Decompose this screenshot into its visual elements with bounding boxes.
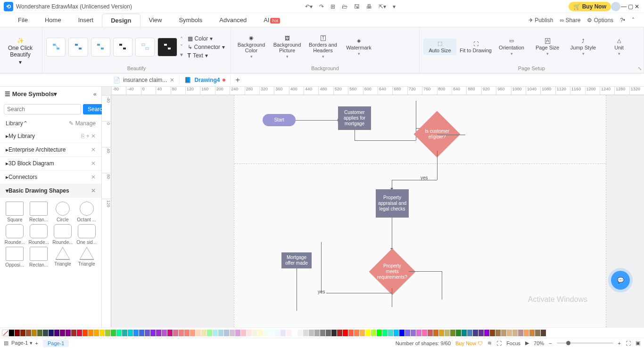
color-swatch[interactable] <box>54 330 59 336</box>
page-selector[interactable]: Page-1 ▾ <box>11 340 33 346</box>
color-swatch[interactable] <box>150 330 156 336</box>
theme-style-6[interactable] <box>157 38 177 57</box>
add-page-button[interactable]: + <box>35 340 38 346</box>
color-swatch[interactable] <box>433 330 438 336</box>
color-swatch[interactable] <box>179 330 184 336</box>
node-meets[interactable]: Property meets requirements? <box>369 249 416 295</box>
cat-close-2[interactable]: ✕ <box>91 174 96 180</box>
color-swatch[interactable] <box>77 330 82 336</box>
color-swatch[interactable] <box>479 330 484 336</box>
color-swatch[interactable] <box>297 330 303 336</box>
connector[interactable] <box>355 140 416 141</box>
color-swatch[interactable] <box>111 330 116 336</box>
color-swatch[interactable] <box>541 330 546 336</box>
connector[interactable] <box>437 151 438 180</box>
auto-size-button[interactable]: ⬚Auto Size <box>423 39 456 55</box>
zoom-slider[interactable] <box>557 342 613 344</box>
color-swatch[interactable] <box>37 330 42 336</box>
color-swatch[interactable] <box>49 330 54 336</box>
color-swatch[interactable] <box>473 330 478 336</box>
shape-Triangle[interactable]: Triangle <box>52 247 74 267</box>
color-swatch[interactable] <box>445 330 450 336</box>
menu-home[interactable]: Home <box>36 14 70 26</box>
color-swatch[interactable] <box>303 330 308 336</box>
shape-Circle[interactable]: Circle <box>52 202 74 222</box>
color-swatch[interactable] <box>524 330 529 336</box>
background-color-button[interactable]: ◉Background Color▾ <box>235 33 268 61</box>
share-button[interactable]: ∞ Share <box>560 17 581 24</box>
close-icon[interactable]: ✕ <box>634 3 640 10</box>
color-swatch[interactable] <box>190 330 195 336</box>
undo-icon[interactable]: ↶▾ <box>305 3 313 10</box>
color-swatch[interactable] <box>507 330 512 336</box>
connector[interactable] <box>392 288 392 307</box>
fullscreen-icon[interactable]: ▣ <box>636 340 640 346</box>
color-swatch[interactable] <box>371 330 376 336</box>
cat-close-1[interactable]: ✕ <box>91 160 96 167</box>
color-swatch[interactable] <box>15 330 20 336</box>
color-swatch[interactable] <box>71 330 76 336</box>
color-swatch[interactable] <box>286 330 291 336</box>
color-swatch[interactable] <box>326 330 331 336</box>
borders-headers-button[interactable]: 🅃Borders and Headers▾ <box>306 33 339 61</box>
cat-basic-shapes[interactable]: ▾ Basic Drawing Shapes✕ <box>0 184 101 198</box>
color-swatch[interactable] <box>281 330 286 336</box>
connector-dropdown[interactable]: ↳ Connector▾ <box>188 44 225 50</box>
menu-symbols[interactable]: Symbols <box>170 14 211 26</box>
color-swatch[interactable] <box>422 330 427 336</box>
page-area[interactable]: Start Customer applies for mortgage Is c… <box>234 95 606 327</box>
connector[interactable] <box>392 180 392 188</box>
color-swatch[interactable] <box>66 330 71 336</box>
cat-close-3[interactable]: ✕ <box>91 187 96 194</box>
color-swatch[interactable] <box>388 330 393 336</box>
options-button[interactable]: ⚙ Options <box>587 17 613 24</box>
color-swatch[interactable] <box>360 330 365 336</box>
shape-Opposi...[interactable]: Opposi... <box>4 247 26 267</box>
cat-close-0[interactable]: ✕ <box>91 146 96 153</box>
print-icon[interactable]: 🖶 <box>366 3 372 10</box>
theme-scroll-up[interactable]: ˄ <box>180 36 183 43</box>
menu-file[interactable]: File <box>9 14 36 26</box>
node-apply[interactable]: Customer applies for mortgage <box>338 106 371 130</box>
my-library-cat[interactable]: ▸ My Library⎘ + ✕ <box>0 129 101 143</box>
theme-scroll-down[interactable]: ˅ <box>180 44 183 50</box>
collapse-sidebar-icon[interactable]: « <box>93 90 97 97</box>
mylib-add[interactable]: + <box>86 133 90 139</box>
shape-Rounde...[interactable]: Rounde... <box>52 224 74 245</box>
connector[interactable] <box>392 180 437 180</box>
color-swatch[interactable] <box>411 330 416 336</box>
menu-design[interactable]: Design <box>102 14 140 27</box>
theme-style-3[interactable] <box>91 38 110 57</box>
page-setup-expand-icon[interactable]: ⤡ <box>638 66 642 71</box>
color-swatch[interactable] <box>156 330 161 336</box>
menu-advanced[interactable]: Advanced <box>211 14 255 26</box>
color-swatch[interactable] <box>382 330 388 336</box>
color-swatch[interactable] <box>348 330 354 336</box>
more-icon[interactable]: ▾ <box>393 3 396 10</box>
connector[interactable] <box>409 271 442 272</box>
color-dropdown[interactable]: ▦ Color▾ <box>188 35 225 42</box>
menu-insert[interactable]: Insert <box>70 14 102 26</box>
color-swatch[interactable] <box>116 330 122 336</box>
color-swatch[interactable] <box>518 330 523 336</box>
color-swatch[interactable] <box>83 330 88 336</box>
color-swatch[interactable] <box>43 330 48 336</box>
zoom-value[interactable]: 70% <box>534 340 544 346</box>
redo-icon[interactable]: ↷ <box>319 3 324 10</box>
search-input[interactable] <box>4 104 81 114</box>
color-swatch[interactable] <box>416 330 421 336</box>
theme-expand[interactable]: ▾ <box>180 51 183 58</box>
color-swatch[interactable] <box>535 330 540 336</box>
fit-to-drawing-button[interactable]: ⛶Fit to Drawing <box>459 39 492 55</box>
publish-button[interactable]: ✈ Publish <box>528 17 553 24</box>
cat-connectors[interactable]: ▸ Connectors✕ <box>0 170 101 184</box>
color-swatch[interactable] <box>26 330 31 336</box>
color-swatch[interactable] <box>207 330 212 336</box>
shape-Rectan...[interactable]: Rectan... <box>28 202 50 222</box>
color-swatch[interactable] <box>484 330 489 336</box>
color-swatch[interactable] <box>275 330 280 336</box>
connector[interactable] <box>437 135 465 135</box>
close-tab-1[interactable]: ✕ <box>170 77 174 83</box>
library-label[interactable]: Library <box>6 120 23 127</box>
maximize-icon[interactable]: ▢ <box>627 3 634 10</box>
